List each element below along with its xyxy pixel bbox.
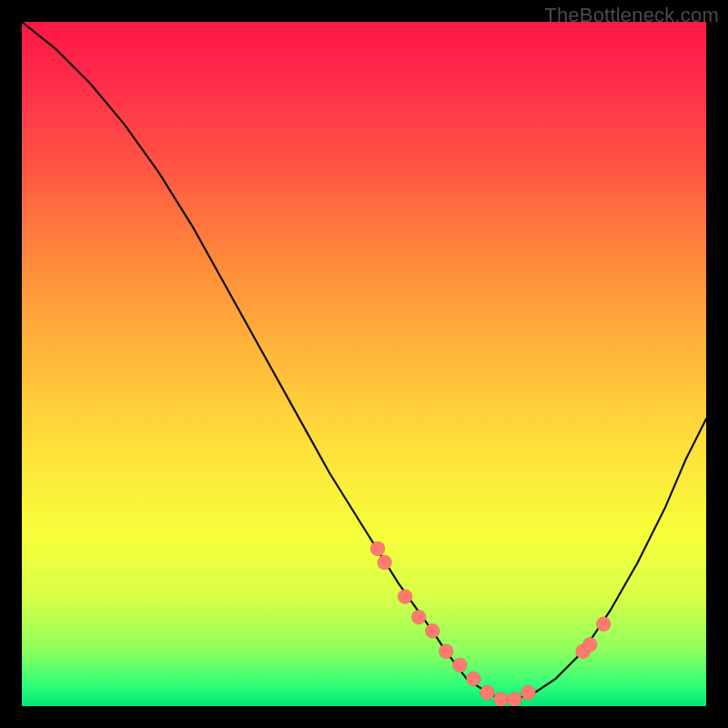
attribution-label: TheBottleneck.com [544, 5, 719, 25]
chart-background [22, 22, 706, 706]
